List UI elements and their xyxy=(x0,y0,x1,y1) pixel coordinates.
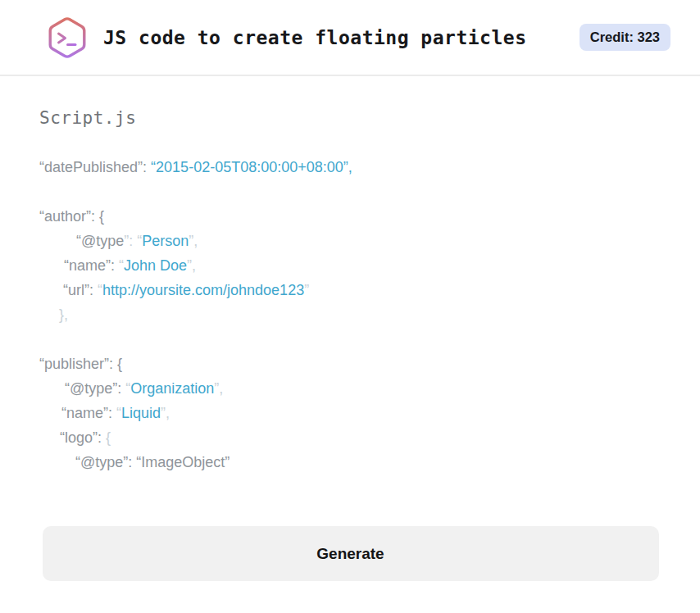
page-title: JS code to create floating particles xyxy=(103,27,580,48)
code-token: “datePublished”: xyxy=(39,159,151,175)
credit-badge: Credit: 323 xyxy=(580,24,670,51)
code-line: “datePublished”: “2015-02-05T08:00:00+08… xyxy=(39,155,661,179)
code-line: “@type”: “ImageObject” xyxy=(39,450,661,475)
code-line: “@type”: “Organization”, xyxy=(39,376,661,401)
code-line xyxy=(39,327,661,352)
code-line: “url”: “http://yoursite.com/johndoe123” xyxy=(39,278,661,302)
code-token: { xyxy=(106,429,111,446)
generate-button[interactable]: Generate xyxy=(43,526,659,581)
code-token: “2015-02-05T08:00:00+08:00”, xyxy=(151,159,352,175)
code-token: Liquid xyxy=(121,405,161,421)
code-block: “datePublished”: “2015-02-05T08:00:00+08… xyxy=(39,155,661,475)
code-token: }, xyxy=(59,306,68,323)
code-line: “author”: { xyxy=(39,204,661,229)
code-line: “name”: “John Doe”, xyxy=(39,253,661,278)
code-line: “publisher”: { xyxy=(39,352,661,376)
code-token: “url”: xyxy=(63,282,98,298)
code-token: “name”: xyxy=(64,257,119,274)
code-token: John Doe xyxy=(124,257,187,274)
code-token: ”, xyxy=(214,380,223,397)
code-token: Organization xyxy=(130,380,214,397)
code-token: ”: xyxy=(124,233,137,249)
code-token: Person xyxy=(142,233,189,249)
code-line: }, xyxy=(39,302,661,327)
code-token: “@type xyxy=(76,233,124,249)
code-token: “logo”: xyxy=(60,429,106,446)
code-token: “@type”: xyxy=(65,380,125,397)
code-line xyxy=(39,179,661,204)
code-token: http://yoursite.com/johndoe123 xyxy=(102,282,304,298)
code-line: “name”: “Liquid”, xyxy=(39,401,661,425)
file-title: Script.js xyxy=(39,108,661,128)
code-token: “publisher”: { xyxy=(39,356,122,372)
header: JS code to create floating particles Cre… xyxy=(0,0,700,76)
code-token: “name”: xyxy=(61,405,116,421)
main-content: Script.js “datePublished”: “2015-02-05T0… xyxy=(0,76,700,581)
code-token: ” xyxy=(304,282,309,298)
code-line: “@type”: “Person”, xyxy=(39,229,661,253)
code-token: ”, xyxy=(161,405,170,421)
terminal-hexagon-icon xyxy=(44,15,90,61)
code-token: “author”: { xyxy=(39,208,104,225)
code-token: ”, xyxy=(189,233,198,249)
code-token: ”, xyxy=(187,257,196,274)
code-line: “logo”: { xyxy=(39,425,661,450)
code-token: “@type”: “ImageObject” xyxy=(75,454,230,470)
